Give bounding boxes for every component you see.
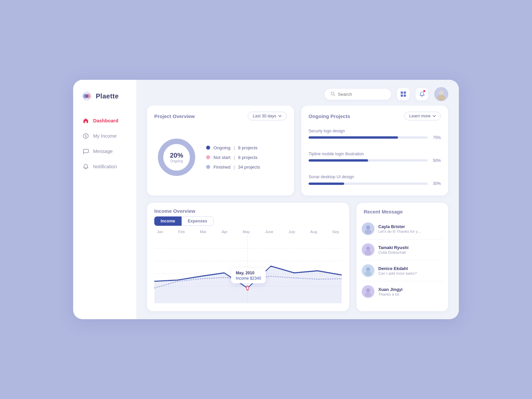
svg-point-23 <box>365 229 371 234</box>
message-name-1: Tamaki Ryushi <box>378 245 409 250</box>
message-item-1[interactable]: Tamaki Ryushi Cvita Doleschall <box>362 239 443 260</box>
message-preview-1: Cvita Doleschall <box>378 250 409 254</box>
message-avatar-2 <box>362 264 374 277</box>
notification-dot <box>423 89 426 93</box>
recent-message-header: Recent Message <box>356 203 448 216</box>
svg-point-3 <box>85 95 88 97</box>
sidebar-item-dashboard[interactable]: Dashboard <box>77 114 132 128</box>
search-input[interactable] <box>338 92 385 97</box>
project-overview-content: 20% Ongoing Ongoing | 8 pro <box>147 120 294 194</box>
svg-text:$: $ <box>85 134 87 138</box>
message-preview-2: Can I add more tasks? <box>378 271 417 275</box>
chevron-down-icon <box>433 115 436 117</box>
learn-more-button[interactable]: Learn more <box>404 112 441 120</box>
progress-fill-0 <box>309 136 398 139</box>
grid-view-button[interactable] <box>397 88 410 100</box>
project-overview-title: Project Overview <box>154 113 195 119</box>
message-content-1: Tamaki Ryushi Cvita Doleschall <box>378 245 409 254</box>
progress-bar-row-2: 30% <box>309 181 441 186</box>
donut-label: Ongoing <box>170 159 183 163</box>
legend: Ongoing | 8 projects Not start | <box>206 145 260 170</box>
message-name-3: Xuan Jingyi <box>378 287 403 292</box>
sidebar-item-notification[interactable]: Notification <box>77 160 132 174</box>
income-tab-expenses[interactable]: Expenses <box>182 216 213 226</box>
chart-area: Jan Feb Mar Apr May June July Aug Sep <box>154 230 342 306</box>
svg-point-10 <box>437 95 445 101</box>
progress-track-0 <box>309 136 428 139</box>
message-item-3[interactable]: Xuan Jingyi Thanks a lot <box>362 281 443 302</box>
topbar <box>136 80 459 106</box>
income-tabs: Income Expenses <box>154 216 342 226</box>
svg-line-7 <box>334 94 335 96</box>
progress-pct-1: 50% <box>431 158 441 163</box>
sidebar: Plaette Dashboard $ M <box>73 80 136 319</box>
svg-point-31 <box>366 288 370 292</box>
app-container: Plaette Dashboard $ M <box>73 80 459 319</box>
sidebar-item-message[interactable]: Message <box>77 144 132 158</box>
message-name-0: Cayla Brister <box>378 224 421 229</box>
message-name-2: Denice Ekdahl <box>378 266 417 271</box>
search-icon <box>331 91 335 97</box>
dashboard-body: Project Overview Last 30 days <box>136 106 459 319</box>
logo-text: Plaette <box>96 92 119 100</box>
logo-icon <box>81 90 92 102</box>
grid-cell <box>401 91 403 94</box>
last-30-days-button[interactable]: Last 30 days <box>248 112 287 120</box>
legend-text-finished: Finished | 34 projects <box>213 165 260 170</box>
grid-icon <box>401 91 406 97</box>
main-content: Project Overview Last 30 days <box>136 80 459 319</box>
income-card-inner: Income Overview Income Expenses Jan Feb … <box>147 203 349 311</box>
donut-chart: 20% Ongoing <box>155 136 198 179</box>
message-avatar-1 <box>362 243 374 256</box>
sidebar-label-my-income: My Income <box>93 133 117 139</box>
nav-items: Dashboard $ My Income Me <box>73 114 136 174</box>
notification-button[interactable] <box>416 88 428 100</box>
chart-months: Jan Feb Mar Apr May June July Aug Sep <box>154 230 342 234</box>
sidebar-label-message: Message <box>93 149 113 154</box>
chart-svg-container: May, 2010 Income $2340 <box>154 236 342 303</box>
message-list: Cayla Brister Let's do it! Thanks for y.… <box>356 216 448 305</box>
message-content-0: Cayla Brister Let's do it! Thanks for y.… <box>378 224 421 233</box>
progress-track-1 <box>309 159 428 162</box>
svg-point-22 <box>366 225 370 229</box>
logo-area: Plaette <box>73 90 136 114</box>
income-overview-card: Income Overview Income Expenses Jan Feb … <box>147 203 349 311</box>
top-section: Project Overview Last 30 days <box>147 106 448 196</box>
progress-fill-2 <box>309 183 344 185</box>
avatar-image <box>434 87 448 101</box>
progress-pct-2: 30% <box>431 181 441 186</box>
message-content-2: Denice Ekdahl Can I add more tasks? <box>378 266 417 275</box>
income-overview-header: Income Overview <box>154 208 342 214</box>
progress-bar-row-0: 75% <box>309 135 441 140</box>
message-item-0[interactable]: Cayla Brister Let's do it! Thanks for y.… <box>362 218 443 239</box>
chat-icon <box>82 148 89 155</box>
legend-dot-ongoing <box>206 146 210 150</box>
project-overview-header: Project Overview Last 30 days <box>147 106 294 120</box>
dollar-icon: $ <box>82 133 89 139</box>
income-overview-title: Income Overview <box>154 208 195 214</box>
grid-cell <box>401 94 403 97</box>
ongoing-projects-header: Ongoing Projects Learn more <box>301 106 448 120</box>
ongoing-list: Securly logo design 75% Tipline mobile l… <box>301 120 448 194</box>
bottom-section: Income Overview Income Expenses Jan Feb … <box>147 203 448 311</box>
svg-point-9 <box>439 90 444 95</box>
progress-item-0: Securly logo design 75% <box>309 129 441 140</box>
legend-text-ongoing: Ongoing | 8 projects <box>213 145 258 150</box>
ongoing-projects-card: Ongoing Projects Learn more Securly logo… <box>301 106 448 196</box>
message-item-2[interactable]: Denice Ekdahl Can I add more tasks? <box>362 260 443 281</box>
progress-label-2: Sonar desktop UI design <box>309 175 441 179</box>
project-overview-card: Project Overview Last 30 days <box>147 106 294 196</box>
income-tab-income[interactable]: Income <box>154 216 182 226</box>
sidebar-label-dashboard: Dashboard <box>93 118 118 123</box>
sidebar-item-my-income[interactable]: $ My Income <box>77 129 132 143</box>
legend-finished: Finished | 34 projects <box>206 165 260 170</box>
recent-message-title: Recent Message <box>364 209 403 214</box>
progress-item-2: Sonar desktop UI design 30% <box>309 175 441 186</box>
legend-not-start: Not start | 8 projects <box>206 155 260 160</box>
search-box[interactable] <box>325 89 391 100</box>
svg-point-32 <box>365 292 371 297</box>
avatar[interactable] <box>434 87 448 101</box>
message-content-3: Xuan Jingyi Thanks a lot <box>378 287 403 296</box>
progress-fill-1 <box>309 159 368 162</box>
bell-icon <box>82 163 89 170</box>
